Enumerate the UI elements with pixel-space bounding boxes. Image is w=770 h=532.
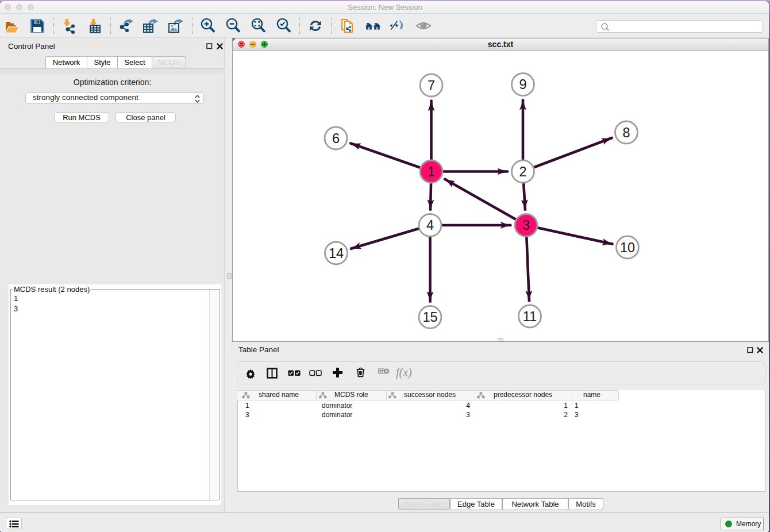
svg-text:8: 8 xyxy=(622,125,630,140)
svg-text:9: 9 xyxy=(519,77,526,92)
svg-text:1: 1 xyxy=(428,164,435,179)
svg-text:11: 11 xyxy=(523,309,537,324)
svg-text:15: 15 xyxy=(422,310,437,325)
svg-text:3: 3 xyxy=(522,218,530,233)
svg-text:2: 2 xyxy=(519,164,526,179)
svg-text:10: 10 xyxy=(620,240,635,255)
svg-text:6: 6 xyxy=(332,131,340,146)
svg-text:4: 4 xyxy=(426,218,434,233)
svg-text:7: 7 xyxy=(428,78,435,93)
svg-text:14: 14 xyxy=(329,246,344,261)
